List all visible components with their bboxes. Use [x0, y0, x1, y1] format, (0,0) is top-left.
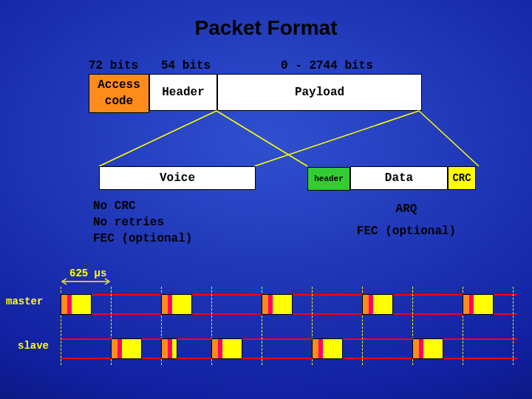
voice-note-3: FEC (optional): [93, 231, 192, 247]
voice-notes: No CRC No retries FEC (optional): [93, 198, 192, 247]
data-note-1: ARQ: [332, 198, 480, 220]
packet-icon: [61, 294, 92, 313]
packet-icon: [412, 338, 443, 358]
slot-boundary: [513, 287, 514, 365]
payload-field: Payload: [217, 74, 422, 111]
payload-text: Payload: [295, 86, 344, 99]
svg-line-0: [99, 111, 216, 166]
voice-box: Voice: [99, 166, 256, 190]
data-box: headerDataCRC: [307, 166, 476, 191]
slave-label: slave: [18, 340, 49, 352]
access-code-field: Access code: [89, 74, 149, 113]
svg-line-1: [254, 111, 419, 166]
bits-payload-label: 0 - 2744 bits: [281, 59, 373, 72]
packet-fields: Access code Header Payload: [89, 74, 422, 113]
packet-icon: [312, 338, 343, 358]
header-text: Header: [162, 86, 205, 99]
packet-icon: [262, 294, 293, 313]
svg-line-3: [419, 111, 479, 166]
voice-note-1: No CRC: [93, 198, 192, 214]
data-note-2: FEC (optional): [332, 220, 480, 242]
header-field: Header: [149, 74, 217, 111]
slot-arrow-icon: [61, 278, 111, 285]
slide-title: Packet Format: [0, 16, 532, 40]
packet-icon: [161, 338, 177, 358]
packet-icon: [463, 294, 494, 313]
data-header-field: header: [307, 167, 350, 191]
bits-header-label: 54 bits: [161, 59, 211, 72]
voice-label: Voice: [160, 171, 195, 185]
voice-note-2: No retries: [93, 214, 192, 231]
data-crc-field: CRC: [448, 166, 476, 190]
packet-icon: [362, 294, 393, 313]
packet-icon: [211, 338, 242, 358]
packet-icon: [111, 338, 142, 358]
data-data-field: Data: [350, 166, 448, 190]
bits-access-label: 72 bits: [89, 59, 138, 72]
packet-icon: [161, 294, 192, 313]
svg-line-2: [216, 111, 307, 166]
access-code-text: Access code: [98, 78, 140, 108]
slide: Packet Format 72 bits 54 bits 0 - 2744 b…: [0, 0, 532, 399]
data-notes: ARQ FEC (optional): [332, 198, 480, 242]
master-label: master: [6, 296, 43, 307]
